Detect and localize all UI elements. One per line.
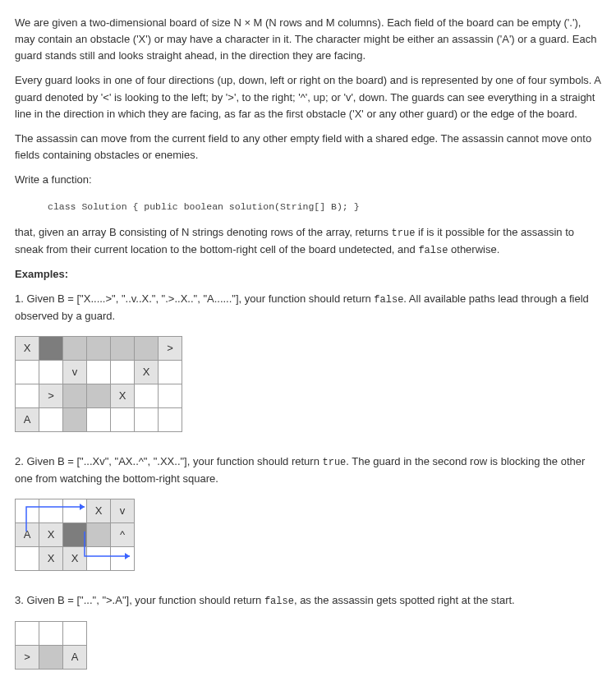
example-3-board: >A xyxy=(15,621,87,670)
board-cell xyxy=(39,645,63,669)
board-cell xyxy=(16,384,39,408)
board-cell xyxy=(63,621,87,645)
board-cell xyxy=(135,408,159,432)
write-function-label: Write a function: xyxy=(15,172,601,188)
board-cell xyxy=(111,408,135,432)
board-cell xyxy=(135,337,159,361)
board-cell xyxy=(63,523,87,547)
board-cell xyxy=(39,337,63,361)
example-1-text: 1. Given B = ["X.....>", "..v..X.", ".>.… xyxy=(15,291,601,324)
board-cell xyxy=(16,499,39,523)
board-cell xyxy=(39,361,63,384)
board-cell xyxy=(159,408,182,432)
example-2-board-wrap: XvAX^XX xyxy=(15,495,135,582)
board-cell: A xyxy=(63,645,87,669)
board-cell xyxy=(159,361,182,384)
board-cell xyxy=(16,361,39,384)
board-cell: > xyxy=(159,337,182,361)
examples-title: Examples: xyxy=(15,266,601,283)
board-cell xyxy=(111,547,135,571)
example-3-board-wrap: >A xyxy=(15,618,87,681)
board-cell xyxy=(16,621,39,645)
board-cell: v xyxy=(63,361,87,384)
board-cell xyxy=(87,523,111,547)
true-literal: true xyxy=(392,228,416,239)
intro-paragraph-1: We are given a two-dimensional board of … xyxy=(15,15,601,64)
board-cell xyxy=(87,547,111,571)
example-4-text: 4. Given B = ["A.v", ..."], your functio… xyxy=(15,691,601,695)
board-cell xyxy=(87,361,111,384)
false-literal: false xyxy=(418,245,448,256)
board-cell: ^ xyxy=(111,523,135,547)
board-cell xyxy=(39,499,63,523)
board-cell xyxy=(39,621,63,645)
board-cell: A xyxy=(16,523,39,547)
board-cell: X xyxy=(16,337,39,361)
board-cell xyxy=(135,384,159,408)
board-cell xyxy=(63,337,87,361)
example-2-board: XvAX^XX xyxy=(15,499,135,571)
intro-paragraph-3: The assassin can move from the current f… xyxy=(15,131,601,163)
board-cell xyxy=(87,337,111,361)
board-cell: X xyxy=(111,384,135,408)
function-signature: class Solution { public boolean solution… xyxy=(15,196,601,219)
example-1-board: X>vX>XA xyxy=(15,336,182,432)
board-cell xyxy=(159,384,182,408)
task-suffix: otherwise. xyxy=(448,243,499,255)
board-cell: X xyxy=(39,547,63,571)
board-cell xyxy=(111,361,135,384)
intro-paragraph-2: Every guard looks in one of four directi… xyxy=(15,72,601,122)
example-1-board-wrap: X>vX>XA xyxy=(15,333,182,444)
board-cell xyxy=(87,408,111,432)
board-cell: X xyxy=(87,499,111,523)
board-cell xyxy=(63,384,87,408)
board-cell: X xyxy=(63,547,87,571)
board-cell: X xyxy=(135,361,159,384)
board-cell xyxy=(111,337,135,361)
board-cell: > xyxy=(39,384,63,408)
board-cell xyxy=(16,547,39,571)
task-prefix: that, given an array B consisting of N s… xyxy=(15,226,392,238)
example-2-text: 2. Given B = ["...Xv", "AX..^", ".XX.."]… xyxy=(15,453,601,487)
board-cell: v xyxy=(111,499,135,523)
board-cell: A xyxy=(16,408,39,432)
board-cell xyxy=(87,384,111,408)
example-3-text: 3. Given B = ["...", ">.A"], your functi… xyxy=(15,592,601,610)
board-cell: X xyxy=(39,523,63,547)
board-cell xyxy=(63,408,87,432)
board-cell xyxy=(39,408,63,432)
board-cell xyxy=(63,499,87,523)
board-cell: > xyxy=(16,645,39,669)
task-description: that, given an array B consisting of N s… xyxy=(15,224,601,258)
